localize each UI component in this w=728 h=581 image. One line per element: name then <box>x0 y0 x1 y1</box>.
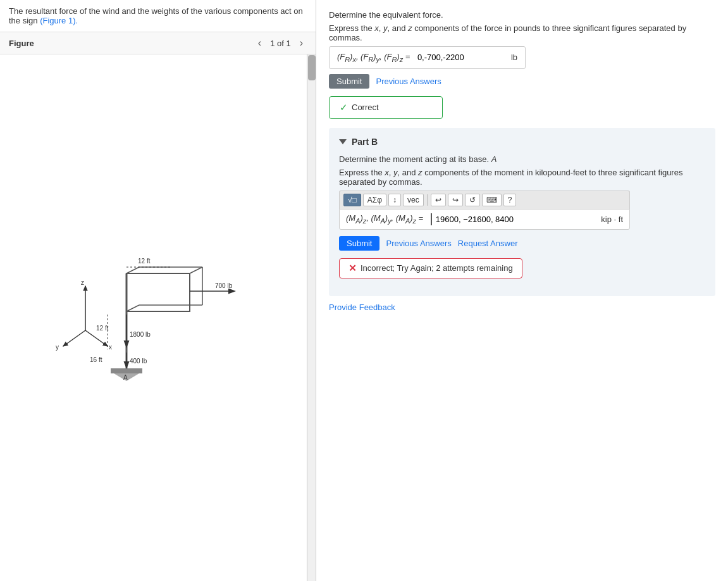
svg-text:A: A <box>123 374 128 381</box>
toolbar-sqrt-button[interactable]: √□ <box>343 194 361 206</box>
right-panel: Determine the equivalent force. Express … <box>316 0 728 581</box>
toolbar-vec-button[interactable]: vec <box>403 194 424 206</box>
provide-feedback-link[interactable]: Provide Feedback <box>329 303 395 312</box>
next-figure-button[interactable]: › <box>296 36 307 50</box>
math-toolbar: √□ AΣφ ↕ vec ↩ ↪ ↺ ⌨ ? <box>339 191 630 209</box>
toolbar-help-button[interactable]: ? <box>503 194 517 206</box>
part-a-express: Express the x, y, and z components of th… <box>329 23 715 42</box>
figure-link[interactable]: (Figure 1). <box>40 16 78 25</box>
part-b-express: Express the x, y, and z components of th… <box>339 168 705 187</box>
part-b-header: Part B <box>339 137 705 147</box>
part-b-math-input[interactable] <box>431 213 596 225</box>
collapse-icon[interactable] <box>339 139 347 144</box>
figure-svg: 12 ft 700 lb 1800 lb 12 ft 400 lb <box>51 254 266 381</box>
svg-text:16 ft: 16 ft <box>90 356 102 363</box>
part-b-previous-answers-link[interactable]: Previous Answers <box>386 239 451 248</box>
correct-checkmark-icon: ✓ <box>340 102 348 113</box>
toolbar-updown-button[interactable]: ↕ <box>388 194 401 206</box>
part-a-section: Determine the equivalent force. Express … <box>329 0 715 125</box>
part-a-determine: Determine the equivalent force. <box>329 10 715 20</box>
scrollbar-thumb[interactable] <box>308 55 316 80</box>
part-a-answer-box: (FR)x, (FR)y, (FR)z = lb <box>329 46 526 69</box>
svg-text:12 ft: 12 ft <box>96 325 109 332</box>
toolbar-undo-button[interactable]: ↩ <box>431 194 446 206</box>
math-label: (MA)z, (MA)y, (MA)z = <box>346 213 426 225</box>
svg-line-6 <box>126 305 139 311</box>
toolbar-redo-button[interactable]: ↪ <box>448 194 463 206</box>
part-a-submit-button[interactable]: Submit <box>329 74 369 89</box>
figure-scrollbar[interactable] <box>307 54 316 581</box>
problem-description: The resultant force of the wind and the … <box>0 0 316 32</box>
svg-text:1800 lb: 1800 lb <box>130 331 151 338</box>
svg-line-24 <box>63 330 85 346</box>
part-b-section: Part B Determine the moment acting at it… <box>329 128 715 296</box>
figure-section: Figure ‹ 1 of 1 › <box>0 32 316 581</box>
part-b-title: Part B <box>352 137 378 147</box>
svg-rect-1 <box>111 368 142 373</box>
svg-text:z: z <box>81 279 84 286</box>
svg-rect-3 <box>126 273 190 311</box>
svg-text:700 lb: 700 lb <box>215 282 233 289</box>
svg-text:400 lb: 400 lb <box>130 358 147 365</box>
part-b-request-answer-link[interactable]: Request Answer <box>458 239 518 248</box>
figure-navigation: ‹ 1 of 1 › <box>254 36 307 50</box>
part-b-submit-button[interactable]: Submit <box>339 236 379 251</box>
part-b-determine: Determine the moment acting at its base.… <box>339 154 705 164</box>
math-input-row: (MA)z, (MA)y, (MA)z = kip · ft <box>339 209 630 230</box>
part-a-previous-answers-link[interactable]: Previous Answers <box>376 77 441 86</box>
svg-text:12 ft: 12 ft <box>138 258 151 265</box>
svg-text:y: y <box>56 344 59 351</box>
part-b-action-row: Submit Previous Answers Request Answer <box>339 236 705 251</box>
left-panel: The resultant force of the wind and the … <box>0 0 316 581</box>
prev-figure-button[interactable]: ‹ <box>254 36 265 50</box>
provide-feedback-section: Provide Feedback <box>329 303 715 312</box>
part-b-unit: kip · ft <box>601 215 623 224</box>
svg-line-4 <box>126 267 139 273</box>
figure-svg-container: 12 ft 700 lb 1800 lb 12 ft 400 lb <box>0 54 316 581</box>
svg-text:x: x <box>109 344 112 351</box>
toolbar-alpha-button[interactable]: AΣφ <box>363 194 386 206</box>
part-a-answer-label: (FR)x, (FR)y, (FR)z = <box>337 52 412 63</box>
toolbar-refresh-button[interactable]: ↺ <box>465 194 480 206</box>
part-a-unit: lb <box>511 53 517 62</box>
toolbar-keyboard-button[interactable]: ⌨ <box>482 194 502 206</box>
figure-header: Figure ‹ 1 of 1 › <box>0 32 316 54</box>
correct-box: ✓ Correct <box>329 96 443 119</box>
part-a-input[interactable] <box>417 53 506 62</box>
incorrect-x-icon: ✕ <box>349 263 357 274</box>
incorrect-box: ✕ Incorrect; Try Again; 2 attempts remai… <box>339 258 522 278</box>
toolbar-separator <box>427 194 428 206</box>
svg-line-5 <box>190 267 202 273</box>
correct-text: Correct <box>352 103 379 112</box>
part-a-action-row: Submit Previous Answers <box>329 74 715 89</box>
figure-page-count: 1 of 1 <box>270 39 291 48</box>
incorrect-text: Incorrect; Try Again; 2 attempts remaini… <box>361 263 513 273</box>
figure-title: Figure <box>9 39 34 48</box>
figure-content: 12 ft 700 lb 1800 lb 12 ft 400 lb <box>0 54 316 581</box>
svg-line-26 <box>85 330 108 346</box>
